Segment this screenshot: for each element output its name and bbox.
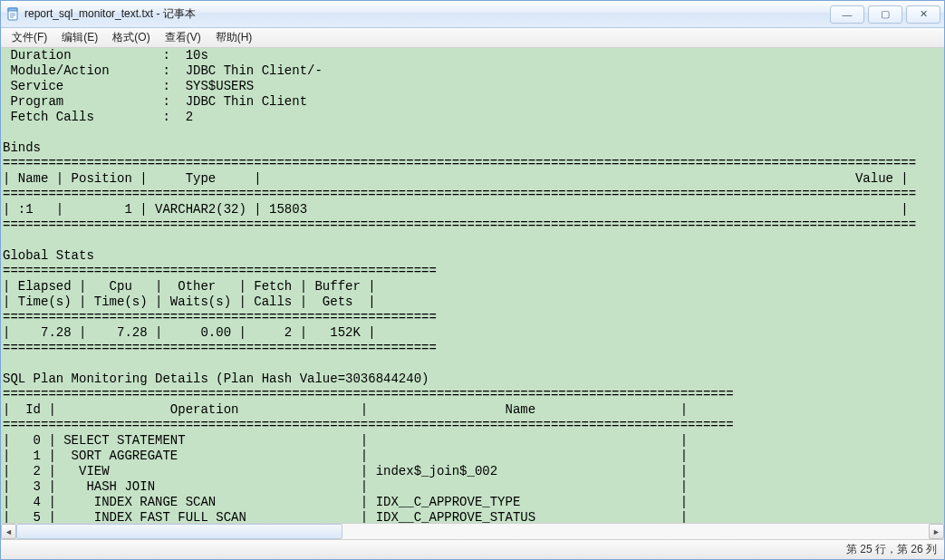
scroll-track[interactable] (16, 524, 929, 539)
notepad-icon (6, 7, 21, 22)
scroll-left-icon[interactable]: ◄ (1, 524, 16, 539)
menu-help[interactable]: 帮助(H) (208, 28, 260, 47)
status-bar: 第 25 行，第 26 列 (1, 539, 944, 559)
text-editor[interactable]: Duration : 10s Module/Action : JDBC Thin… (1, 48, 944, 523)
scroll-thumb[interactable] (16, 524, 342, 539)
maximize-button[interactable]: ▢ (868, 5, 902, 24)
title-bar[interactable]: report_sql_monitor_text.txt - 记事本 — ▢ ✕ (1, 1, 944, 28)
svg-rect-1 (8, 8, 17, 11)
cursor-position: 第 25 行，第 26 列 (846, 542, 937, 557)
menu-format[interactable]: 格式(O) (105, 28, 157, 47)
menu-view[interactable]: 查看(V) (158, 28, 208, 47)
notepad-window: report_sql_monitor_text.txt - 记事本 — ▢ ✕ … (0, 0, 945, 560)
menu-bar: 文件(F) 编辑(E) 格式(O) 查看(V) 帮助(H) (1, 28, 944, 48)
window-title: report_sql_monitor_text.txt - 记事本 (24, 6, 196, 22)
window-controls: — ▢ ✕ (826, 5, 940, 24)
scroll-right-icon[interactable]: ► (929, 524, 944, 539)
content-area: Duration : 10s Module/Action : JDBC Thin… (1, 48, 944, 559)
horizontal-scrollbar[interactable]: ◄ ► (1, 523, 944, 539)
minimize-button[interactable]: — (830, 5, 864, 24)
menu-file[interactable]: 文件(F) (5, 28, 54, 47)
close-button[interactable]: ✕ (906, 5, 940, 24)
menu-edit[interactable]: 编辑(E) (54, 28, 105, 47)
